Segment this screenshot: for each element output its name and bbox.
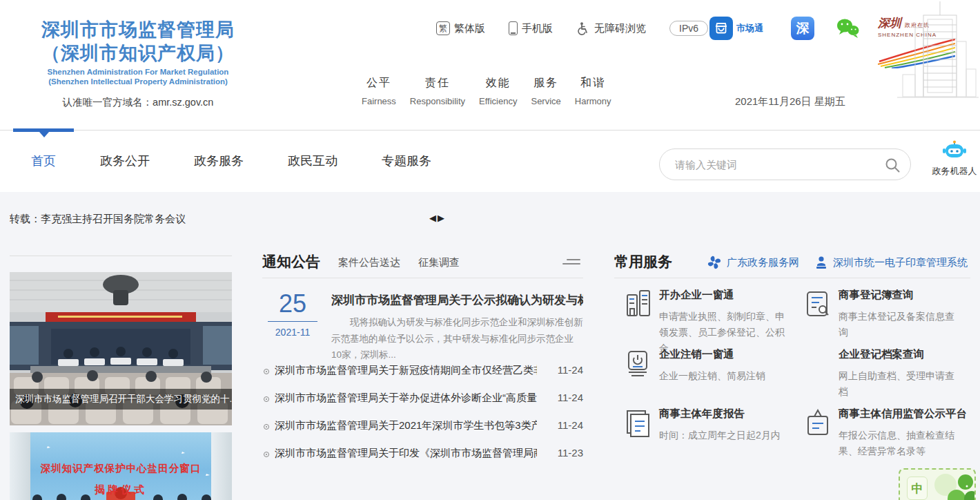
notices-title[interactable]: 通知公告 — [262, 252, 320, 271]
mobile-version-label: 手机版 — [522, 22, 553, 35]
carousel-slide-meeting[interactable]: 深圳市市场监督管理局召开干部大会学习贯彻党的十... — [10, 272, 232, 425]
more-notices-icon[interactable] — [562, 258, 580, 267]
notice-title[interactable]: 深圳市市场监督管理局关于2021年深圳市学生书包等3类产... — [275, 419, 537, 432]
bullet-icon — [264, 396, 269, 402]
notices-section: 通知公告 案件公告送达 征集调查 25 2021-11 深圳市市场监督管理局关于… — [262, 252, 583, 278]
market-app-link[interactable]: 市场通 — [709, 17, 763, 40]
value-cn: 和谐 — [575, 76, 611, 90]
tab-case-announcements[interactable]: 案件公告送达 — [338, 256, 400, 269]
notice-date: 11-24 — [558, 419, 583, 431]
service-archive-query[interactable]: 企业登记档案查询 网上自助查档、受理申请查档 — [804, 347, 963, 400]
site-title-line2: （深圳市知识产权局） — [17, 41, 259, 65]
service-title[interactable]: 企业登记档案查询 — [839, 347, 963, 362]
ceremony-banner-line2: 揭牌仪式 — [10, 483, 232, 497]
notice-item[interactable]: 深圳市市场监督管理局关于举办促进体外诊断企业“高质量... 11-24 — [262, 392, 583, 419]
notice-title[interactable]: 深圳市市场监督管理局关于新冠疫情期间全市仅经营乙类非... — [275, 364, 537, 377]
ishenzhen-app-icon[interactable]: 深 — [791, 17, 814, 40]
current-date: 2021年11月26日 星期五 — [735, 95, 845, 108]
service-annual-report[interactable]: 商事主体年度报告 时间：成立周年之日起2月内 — [625, 407, 794, 443]
content-area: 转载：李克强主持召开国务院常务会议 ◀▶ — [0, 192, 980, 500]
notice-item[interactable]: 深圳市市场监督管理局关于2021年深圳市学生书包等3类产... 11-24 — [262, 419, 583, 447]
ticker-next-icon[interactable]: ▶ — [438, 213, 446, 223]
ceremony-banner-line1: 深圳知识产权保护中心盐田分窗口 — [10, 462, 232, 475]
traditional-chinese-label: 繁体版 — [454, 22, 485, 35]
mobile-version-link[interactable]: 手机版 — [509, 21, 553, 35]
nav-gov-disclosure[interactable]: 政务公开 — [100, 153, 150, 169]
guangdong-gov-link[interactable]: 广东政务服务网 — [707, 255, 799, 270]
active-tab-indicator — [13, 128, 74, 132]
ticker-arrows: ◀▶ — [429, 213, 446, 223]
notice-item[interactable]: 深圳市市场监督管理局关于新冠疫情期间全市仅经营乙类非... 11-24 — [262, 364, 583, 392]
value-cn: 效能 — [479, 76, 517, 90]
services-links: 广东政务服务网 深圳市统一电子印章管理系统 — [707, 255, 968, 270]
ticker-prev-icon[interactable]: ◀ — [429, 213, 438, 223]
nav-home[interactable]: 首页 — [31, 153, 56, 169]
service-title[interactable]: 商事主体年度报告 — [659, 407, 794, 421]
mobile-phone-icon — [509, 21, 518, 35]
site-subtitle-en2: (Shenzhen Intellectual Property Administ… — [17, 77, 259, 86]
notices-list: 深圳市市场监督管理局关于新冠疫情期间全市仅经营乙类非... 11-24 深圳市市… — [262, 364, 583, 474]
value-responsibility: 责任 Responsibility — [410, 76, 465, 106]
eseal-system-label: 深圳市统一电子印章管理系统 — [833, 256, 968, 269]
search-box — [659, 148, 911, 180]
carousel-caption: 深圳市市场监督管理局召开干部大会学习贯彻党的十... — [10, 389, 232, 410]
news-ticker-link[interactable]: 转载：李克强主持召开国务院常务会议 — [10, 213, 186, 226]
accessibility-label: 无障碍浏览 — [594, 22, 646, 35]
traditional-chinese-icon: 繁 — [436, 21, 450, 35]
notice-title[interactable]: 深圳市市场监督管理局关于举办促进体外诊断企业“高质量... — [275, 392, 537, 405]
value-en: Fairness — [362, 96, 396, 106]
value-en: Service — [531, 96, 560, 106]
value-fairness: 公平 Fairness — [362, 76, 396, 106]
register-query-icon — [804, 289, 832, 320]
featured-day: 25 — [265, 291, 320, 317]
nav-public-interaction[interactable]: 政民互动 — [288, 153, 337, 169]
notice-title[interactable]: 深圳市市场监督管理局关于印发《深圳市市场监督管理局商... — [275, 447, 537, 460]
traditional-chinese-link[interactable]: 繁 繁体版 — [436, 21, 485, 35]
services-header: 常用服务 广东政务服务网 — [614, 252, 970, 278]
open-business-icon — [625, 289, 652, 320]
deregistration-icon — [625, 349, 652, 379]
search-icon[interactable] — [884, 157, 901, 173]
gov-robot-entry[interactable]: 政务机器人 — [930, 140, 979, 177]
notice-date: 11-24 — [558, 392, 583, 403]
robot-label: 政务机器人 — [930, 165, 979, 177]
service-register-query[interactable]: 商事登记簿查询 商事主体登记及备案信息查询 — [804, 288, 963, 340]
site-logo[interactable]: 深圳市市场监督管理局 （深圳市知识产权局） Shenzhen Administr… — [17, 18, 259, 109]
nav-gov-services[interactable]: 政务服务 — [194, 153, 244, 169]
notices-header: 通知公告 案件公告送达 征集调查 — [262, 252, 583, 278]
guangdong-gov-label: 广东政务服务网 — [727, 256, 799, 269]
bullet-icon — [264, 424, 269, 430]
service-title[interactable]: 商事主体信用监管公示平台 — [839, 407, 970, 421]
search-input[interactable] — [675, 150, 875, 179]
featured-title[interactable]: 深圳市市场监督管理局关于公示拟确认为研发与标... — [331, 292, 583, 308]
page: 深圳市市场监督管理局 （深圳市知识产权局） Shenzhen Administr… — [0, 0, 980, 500]
service-title[interactable]: 企业注销一窗通 — [659, 347, 794, 362]
notice-item[interactable]: 深圳市市场监督管理局关于印发《深圳市市场监督管理局商... 11-23 — [262, 447, 583, 474]
service-desc: 时间：成立周年之日起2月内 — [659, 427, 794, 443]
nav-special-services[interactable]: 专题服务 — [382, 153, 431, 169]
service-title[interactable]: 开办企业一窗通 — [659, 288, 794, 302]
gov-portal-widget[interactable]: 中 — [899, 468, 976, 500]
service-desc: 企业一般注销、简易注销 — [659, 368, 794, 384]
value-en: Efficiency — [479, 96, 517, 106]
featured-notice[interactable]: 25 2021-11 深圳市市场监督管理局关于公示拟确认为研发与标... 现将拟… — [262, 291, 583, 350]
tab-surveys[interactable]: 征集调查 — [418, 256, 460, 269]
robot-icon — [943, 140, 966, 161]
annual-report-icon — [625, 408, 652, 439]
value-cn: 服务 — [531, 76, 560, 90]
featured-date-block: 25 2021-11 — [265, 291, 320, 338]
service-title[interactable]: 商事登记簿查询 — [839, 288, 963, 302]
service-credit-platform[interactable]: 商事主体信用监管公示平台 年报公示信息、抽查检查结果、经营异常名录等 — [804, 407, 970, 459]
carousel-slide-ceremony[interactable]: 深圳知识产权保护中心盐田分窗口 揭牌仪式 — [10, 432, 232, 500]
service-deregistration[interactable]: 企业注销一窗通 企业一般注销、简易注销 — [625, 347, 794, 384]
wheelchair-icon — [576, 21, 590, 35]
ipv6-badge[interactable]: IPv6 — [669, 21, 708, 36]
clover-leaves-icon — [932, 471, 976, 500]
notices-tabs: 案件公告送达 征集调查 — [338, 256, 460, 269]
wechat-icon[interactable] — [835, 17, 860, 43]
service-open-business[interactable]: 开办企业一窗通 申请营业执照、刻制印章、申领发票、员工参保登记、公积金... — [625, 288, 794, 356]
eseal-system-link[interactable]: 深圳市统一电子印章管理系统 — [814, 255, 968, 270]
accessibility-link[interactable]: 无障碍浏览 — [576, 21, 646, 35]
value-en: Harmony — [575, 96, 611, 106]
values-row: 公平 Fairness 责任 Responsibility 效能 Efficie… — [362, 76, 611, 106]
